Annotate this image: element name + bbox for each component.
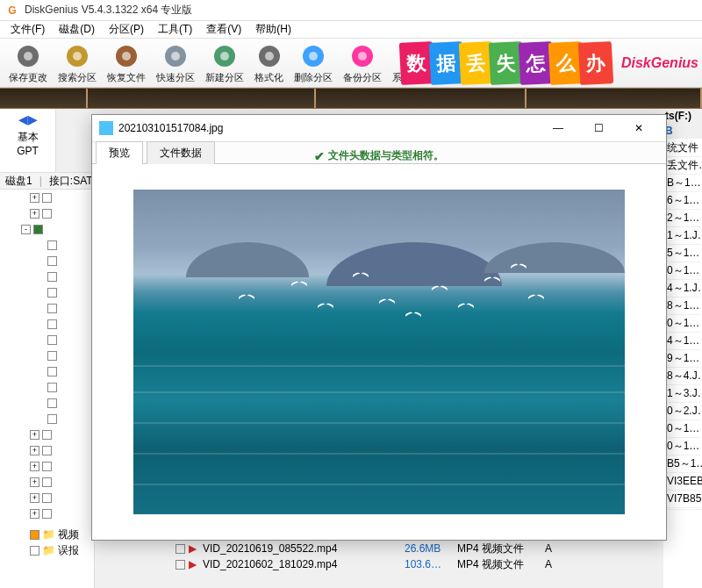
tree-checkbox[interactable]	[47, 351, 57, 361]
tree-checkbox[interactable]	[30, 546, 39, 556]
right-cell[interactable]: 丢文件…	[665, 157, 700, 175]
tree-toggle-icon[interactable]: -	[21, 225, 31, 234]
tree-toggle-icon[interactable]: +	[30, 477, 39, 487]
tool-disc[interactable]: 快速分区	[151, 40, 200, 86]
tree-checkbox[interactable]	[42, 430, 52, 440]
tree-node[interactable]: +	[0, 458, 94, 474]
tree-checkbox[interactable]	[47, 304, 57, 313]
tree-checkbox[interactable]	[47, 256, 57, 266]
right-cell[interactable]: 0～2.J…	[665, 403, 700, 420]
nav-arrows-icon[interactable]: ◀▶	[0, 112, 55, 126]
tree-node[interactable]	[0, 300, 94, 316]
right-cell[interactable]: 9～1…	[665, 350, 700, 368]
folder-tree[interactable]: ++-++++++ 📁视频📁误报	[0, 190, 95, 588]
tree-node[interactable]: +	[0, 490, 94, 506]
tree-checkbox[interactable]	[47, 383, 57, 392]
right-cell[interactable]: 2～1…	[665, 210, 700, 227]
menu-partition[interactable]: 分区(P)	[102, 20, 151, 39]
tree-node[interactable]	[0, 284, 94, 300]
right-cell[interactable]: 4～1.J…	[665, 280, 700, 298]
right-cell[interactable]: 1～1.J…	[665, 227, 700, 245]
tree-node[interactable]: +	[0, 474, 94, 490]
tree-checkbox[interactable]	[47, 240, 57, 250]
tree-node[interactable]	[0, 253, 94, 269]
right-cell[interactable]: 5～1…	[665, 245, 700, 262]
menu-file[interactable]: 文件(F)	[4, 20, 52, 39]
tree-node[interactable]: -	[0, 221, 94, 237]
minimize-button[interactable]: —	[538, 115, 578, 141]
tab-filedata[interactable]: 文件数据	[147, 141, 215, 164]
right-cell[interactable]: VI3EEB～1…	[665, 473, 700, 491]
right-cell[interactable]: 1～3.J…	[665, 385, 700, 403]
right-cell[interactable]: 0～1…	[665, 438, 700, 455]
tree-toggle-icon[interactable]: +	[30, 193, 39, 203]
right-cell[interactable]: 0～1…	[665, 315, 700, 333]
tree-node[interactable]	[0, 411, 94, 427]
menu-disk[interactable]: 磁盘(D)	[52, 20, 102, 39]
tree-toggle-icon[interactable]: +	[30, 509, 39, 519]
tree-checkbox[interactable]	[42, 209, 52, 219]
right-cell[interactable]: 8～4.J…	[665, 368, 700, 385]
tree-checkbox[interactable]	[47, 335, 57, 345]
tree-node[interactable]	[0, 237, 94, 253]
tree-node[interactable]: 📁视频	[0, 527, 94, 542]
tree-toggle-icon[interactable]: +	[30, 209, 39, 219]
file-list[interactable]: ▶VID_20210619_085522.mp426.6MBMP4 视频文件A▶…	[176, 541, 667, 572]
tree-node[interactable]: +	[0, 205, 94, 221]
tree-checkbox[interactable]	[42, 509, 52, 519]
tree-checkbox[interactable]	[42, 477, 52, 487]
right-cell[interactable]: 0～1…	[665, 420, 700, 438]
tool-new[interactable]: 新建分区	[200, 40, 249, 86]
tree-checkbox[interactable]	[47, 367, 57, 376]
right-cell[interactable]: 0～1…	[665, 262, 700, 280]
menu-tools[interactable]: 工具(T)	[151, 20, 199, 39]
file-row[interactable]: ▶VID_20210619_085522.mp426.6MBMP4 视频文件A	[176, 541, 667, 556]
tool-save[interactable]: 保存更改	[4, 40, 53, 86]
file-checkbox[interactable]	[176, 560, 185, 570]
tree-checkbox[interactable]	[42, 446, 52, 455]
tree-node[interactable]	[0, 269, 94, 284]
promo-banner[interactable]: 数据丢失怎么办 DiskGenius	[404, 39, 702, 88]
tree-checkbox[interactable]	[47, 319, 57, 329]
right-cell[interactable]: B5～1…	[665, 455, 700, 473]
tree-checkbox[interactable]	[42, 462, 52, 471]
disk-map-strip[interactable]	[0, 88, 702, 109]
tree-node[interactable]: +	[0, 506, 94, 521]
tree-checkbox[interactable]	[47, 288, 57, 298]
right-cell[interactable]: 6～1…	[665, 192, 700, 210]
tool-delete[interactable]: 删除分区	[289, 40, 338, 86]
tree-node[interactable]: +	[0, 190, 94, 205]
close-button[interactable]: ✕	[619, 115, 659, 141]
maximize-button[interactable]: ☐	[578, 115, 619, 141]
tree-checkbox[interactable]	[30, 530, 39, 540]
tool-search[interactable]: 搜索分区	[53, 40, 102, 86]
tree-toggle-icon[interactable]: +	[30, 430, 39, 440]
tree-node[interactable]: +	[0, 427, 94, 442]
tree-node[interactable]	[0, 348, 94, 363]
tree-toggle-icon[interactable]: +	[30, 493, 39, 503]
file-row[interactable]: ▶VID_20210602_181029.mp4103.6…MP4 视频文件A	[176, 556, 667, 572]
tool-backup[interactable]: 备份分区	[338, 40, 387, 86]
right-cell[interactable]: B～1…	[665, 175, 700, 192]
tool-recover[interactable]: 恢复文件	[102, 40, 151, 86]
tool-format[interactable]: 格式化	[249, 40, 289, 86]
tree-node[interactable]	[0, 379, 94, 395]
tree-checkbox[interactable]	[47, 414, 57, 424]
tree-node[interactable]	[0, 363, 94, 379]
tree-node[interactable]: 📁误报	[0, 542, 94, 558]
tree-node[interactable]	[0, 395, 94, 411]
tree-checkbox[interactable]	[47, 272, 57, 282]
tab-preview[interactable]: 预览	[96, 141, 143, 164]
right-cell[interactable]: 4～1…	[665, 333, 700, 350]
right-cell[interactable]: VI7B85～1…	[665, 491, 700, 508]
tree-toggle-icon[interactable]: +	[30, 446, 39, 455]
file-checkbox[interactable]	[176, 544, 185, 554]
right-cell[interactable]: 8～1…	[665, 298, 700, 315]
tree-node[interactable]	[0, 332, 94, 348]
tree-toggle-icon[interactable]: +	[30, 462, 39, 471]
tree-checkbox[interactable]	[33, 225, 43, 234]
menu-help[interactable]: 帮助(H)	[248, 20, 298, 39]
dialog-titlebar[interactable]: 202103101517084.jpg — ☐ ✕	[92, 115, 666, 141]
tree-checkbox[interactable]	[42, 493, 52, 503]
right-cell[interactable]: 统文件	[665, 140, 700, 157]
